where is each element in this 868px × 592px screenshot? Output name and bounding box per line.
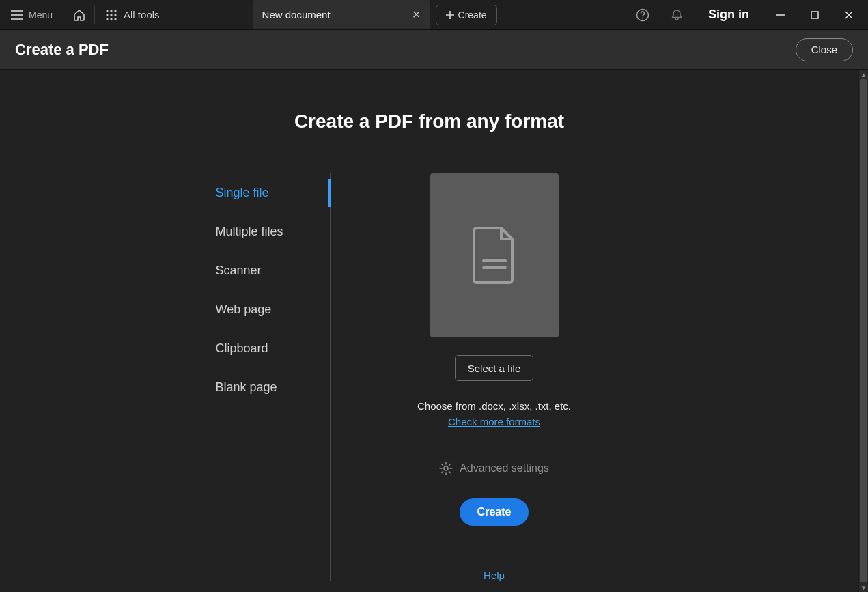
- svg-rect-11: [811, 12, 818, 18]
- all-tools-label: All tools: [124, 9, 160, 20]
- source-item-label: Scanner: [216, 264, 262, 277]
- bell-icon: [670, 8, 684, 22]
- svg-point-12: [444, 466, 448, 470]
- chevron-down-icon: ▼: [860, 584, 867, 591]
- maximize-icon: [811, 11, 819, 19]
- home-button[interactable]: [64, 0, 94, 29]
- close-panel-button[interactable]: Close: [796, 38, 853, 61]
- svg-point-2: [114, 10, 116, 12]
- menu-button[interactable]: Menu: [0, 0, 64, 29]
- format-hint-text: Choose from .docx, .xlsx, .txt, etc.: [417, 400, 571, 412]
- source-single-file[interactable]: Single file: [208, 173, 305, 212]
- title-bar: Menu All tools New document ✕ Create: [0, 0, 868, 30]
- svg-point-3: [106, 14, 108, 16]
- scrollbar-thumb[interactable]: [860, 79, 867, 582]
- chevron-up-icon: ▲: [860, 71, 867, 79]
- svg-point-1: [110, 10, 112, 12]
- document-icon: [470, 225, 519, 285]
- sign-in-button[interactable]: Sign in: [696, 8, 761, 22]
- close-icon: [844, 10, 854, 20]
- menu-label: Menu: [29, 10, 53, 20]
- titlebar-right: Sign in: [628, 0, 868, 29]
- tab-label: New document: [262, 9, 331, 20]
- svg-point-5: [114, 14, 116, 16]
- svg-point-6: [106, 18, 108, 20]
- create-button-label: Create: [477, 506, 512, 518]
- create-label: Create: [458, 10, 487, 20]
- content-panel: Select a file Choose from .docx, .xlsx, …: [331, 173, 617, 581]
- help-icon-button[interactable]: [628, 0, 658, 29]
- home-icon: [72, 8, 86, 22]
- main-heading: Create a PDF from any format: [294, 111, 564, 132]
- source-blank-page[interactable]: Blank page: [208, 368, 305, 407]
- main-content: Create a PDF from any format Single file…: [0, 70, 858, 592]
- advanced-settings-button[interactable]: Advanced settings: [439, 462, 549, 475]
- help-link[interactable]: Help: [484, 569, 505, 581]
- help-circle-icon: [636, 8, 649, 22]
- create-button[interactable]: Create: [460, 498, 529, 526]
- gear-icon: [439, 462, 453, 475]
- plus-icon: [446, 11, 454, 19]
- source-clipboard[interactable]: Clipboard: [208, 329, 305, 368]
- scroll-up-arrow[interactable]: ▲: [859, 70, 868, 79]
- x-icon: ✕: [412, 9, 421, 20]
- create-new-button[interactable]: Create: [436, 5, 497, 25]
- svg-point-0: [106, 10, 108, 12]
- minimize-icon: [776, 10, 785, 20]
- svg-point-4: [110, 14, 112, 16]
- source-web-page[interactable]: Web page: [208, 290, 305, 329]
- close-tab-button[interactable]: ✕: [412, 8, 421, 21]
- close-panel-label: Close: [811, 44, 837, 55]
- hamburger-icon: [11, 10, 23, 20]
- sign-in-label: Sign in: [708, 8, 749, 21]
- svg-point-10: [642, 17, 643, 18]
- source-multiple-files[interactable]: Multiple files: [208, 212, 305, 251]
- source-scanner[interactable]: Scanner: [208, 251, 305, 290]
- source-item-label: Multiple files: [216, 225, 283, 238]
- notifications-button[interactable]: [662, 0, 692, 29]
- all-tools-button[interactable]: All tools: [95, 0, 171, 29]
- file-drop-zone[interactable]: [430, 173, 559, 337]
- source-item-label: Single file: [216, 186, 269, 199]
- source-item-label: Blank page: [216, 380, 277, 394]
- select-file-button[interactable]: Select a file: [455, 355, 534, 381]
- document-tab[interactable]: New document ✕: [253, 0, 430, 29]
- window-maximize-button[interactable]: [800, 0, 830, 29]
- help-link-label: Help: [484, 569, 505, 581]
- svg-point-8: [114, 18, 116, 20]
- window-close-button[interactable]: [834, 0, 864, 29]
- page-header: Create a PDF Close: [0, 30, 868, 70]
- vertical-scrollbar[interactable]: ▲ ▼: [858, 70, 868, 592]
- check-formats-link[interactable]: Check more formats: [448, 416, 540, 427]
- active-indicator: [328, 179, 331, 207]
- grid-icon: [106, 10, 117, 20]
- page-title: Create a PDF: [15, 41, 109, 59]
- select-file-label: Select a file: [468, 363, 521, 374]
- check-formats-label: Check more formats: [448, 416, 540, 427]
- source-item-label: Clipboard: [216, 341, 268, 355]
- scroll-down-arrow[interactable]: ▼: [859, 582, 868, 592]
- advanced-settings-label: Advanced settings: [460, 462, 549, 475]
- svg-point-7: [110, 18, 112, 20]
- window-minimize-button[interactable]: [766, 0, 796, 29]
- source-item-label: Web page: [216, 302, 272, 316]
- source-type-list: Single file Multiple files Scanner Web p…: [208, 173, 331, 581]
